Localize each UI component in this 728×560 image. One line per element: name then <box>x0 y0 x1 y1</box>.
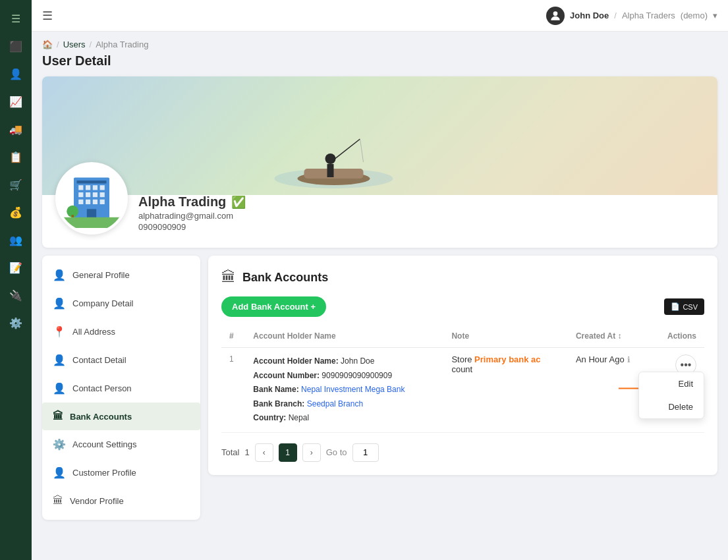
account-settings-icon: ⚙️ <box>53 438 66 451</box>
breadcrumb-users[interactable]: Users <box>63 40 86 49</box>
row-num: 1 <box>221 348 245 433</box>
sidebar-label-contact-detail: Contact Detail <box>72 355 126 365</box>
home-icon[interactable]: 🏠 <box>42 40 53 49</box>
company-profile-name: Alpha Trading ✅ <box>138 194 246 210</box>
bank-name-link[interactable]: Nepal Investment Mega Bank <box>301 385 405 394</box>
total-label: Total <box>221 447 239 457</box>
nav-reports-icon[interactable]: 📈 <box>4 90 28 113</box>
goto-input[interactable] <box>352 443 379 462</box>
svg-rect-9 <box>77 181 107 184</box>
svg-rect-13 <box>100 185 105 190</box>
company-detail-icon: 👤 <box>53 297 66 310</box>
sidebar-menu: 👤 General Profile 👤 Company Detail 📍 All… <box>42 256 200 520</box>
left-nav: ☰ ⬛ 👤 📈 🚚 📋 🛒 💰 👥 📝 🔌 ⚙️ <box>0 0 32 560</box>
col-actions: Actions <box>651 325 704 348</box>
sidebar-item-all-address[interactable]: 📍 All Address <box>42 318 200 346</box>
sidebar-item-bank-accounts[interactable]: 🏛 Bank Accounts <box>42 403 200 430</box>
bank-accounts-table: # Account Holder Name Note Created At ↕ … <box>221 325 704 433</box>
row-account-details: Account Holder Name: John Doe Account Nu… <box>245 348 443 433</box>
svg-rect-21 <box>100 200 105 204</box>
sidebar-item-customer-profile[interactable]: 👤 Customer Profile <box>42 459 200 487</box>
bank-accounts-section-icon: 🏛 <box>221 269 236 286</box>
delete-action[interactable]: Delete <box>639 395 704 418</box>
svg-rect-14 <box>78 192 83 197</box>
nav-plugins-icon[interactable]: 🔌 <box>4 283 28 307</box>
general-profile-icon: 👤 <box>53 269 66 281</box>
nav-settings-icon[interactable]: ⚙️ <box>4 311 28 335</box>
avatar <box>546 7 565 25</box>
sidebar-label-vendor-profile: Vendor Profile <box>70 496 124 506</box>
user-name-label: John Doe <box>570 11 609 20</box>
nav-finance-icon[interactable]: 💰 <box>4 200 28 224</box>
goto-label: Go to <box>326 447 347 457</box>
svg-rect-11 <box>86 185 90 190</box>
prev-page-button[interactable]: ‹ <box>255 443 273 462</box>
csv-export-button[interactable]: 📄 CSV <box>664 298 704 315</box>
bank-accounts-section: 🏛 Bank Accounts Add Bank Account + 📄 CSV <box>208 256 717 475</box>
svg-line-6 <box>333 139 360 161</box>
profile-email: alphatrading@gmail.com <box>138 211 246 221</box>
note-suffix: count <box>451 364 472 374</box>
sidebar-item-contact-detail[interactable]: 👤 Contact Detail <box>42 346 200 374</box>
breadcrumb: 🏠 / Users / Alpha Trading <box>42 40 717 49</box>
note-store-label: Store <box>451 354 472 364</box>
col-note: Note <box>443 325 568 348</box>
sidebar-item-general-profile[interactable]: 👤 General Profile <box>42 261 200 289</box>
nav-list-icon[interactable]: 📝 <box>4 256 28 279</box>
table-row: 1 Account Holder Name: John Doe Account … <box>221 348 704 433</box>
user-menu[interactable]: John Doe / Alpha Traders (demo) ▾ <box>546 7 717 25</box>
contact-person-icon: 👤 <box>53 382 66 395</box>
contact-detail-icon: 👤 <box>53 354 66 366</box>
breadcrumb-current: Alpha Trading <box>96 40 148 49</box>
sidebar-label-bank-accounts: Bank Accounts <box>70 412 132 422</box>
sidebar-item-account-settings[interactable]: ⚙️ Account Settings <box>42 430 200 459</box>
svg-rect-25 <box>62 217 121 228</box>
nav-users-icon[interactable]: 👤 <box>4 62 28 86</box>
svg-rect-16 <box>93 192 98 197</box>
row-note: Store Primary bank ac count <box>443 348 568 433</box>
demo-label: (demo) <box>681 11 708 20</box>
sidebar-label-contact-person: Contact Person <box>72 383 132 393</box>
col-num: # <box>221 325 245 348</box>
add-bank-account-button[interactable]: Add Bank Account + <box>221 296 326 317</box>
verified-icon: ✅ <box>231 195 246 210</box>
svg-rect-18 <box>78 200 83 204</box>
svg-rect-20 <box>93 200 98 204</box>
csv-icon: 📄 <box>671 302 680 311</box>
all-address-icon: 📍 <box>53 325 66 338</box>
sort-icon: ↕ <box>618 331 622 341</box>
nav-dashboard-icon[interactable]: ⬛ <box>4 34 28 58</box>
nav-delivery-icon[interactable]: 🚚 <box>4 117 28 141</box>
svg-line-7 <box>360 139 364 162</box>
sidebar-item-company-detail[interactable]: 👤 Company Detail <box>42 289 200 318</box>
sidebar-item-vendor-profile[interactable]: 🏛 Vendor Profile <box>42 487 200 515</box>
vendor-profile-icon: 🏛 <box>53 495 63 507</box>
profile-info: Alpha Trading ✅ alphatrading@gmail.com 0… <box>42 162 717 248</box>
nav-menu-icon[interactable]: ☰ <box>4 7 28 30</box>
col-holder-name: Account Holder Name <box>245 325 443 348</box>
company-name-label: Alpha Traders <box>622 11 675 20</box>
svg-rect-17 <box>100 192 105 197</box>
svg-rect-10 <box>78 185 83 190</box>
page-1-button[interactable]: 1 <box>279 443 297 462</box>
svg-rect-19 <box>86 200 90 204</box>
svg-rect-15 <box>86 192 90 197</box>
section-title: Bank Accounts <box>242 271 328 285</box>
actions-dropdown: Edit Delete <box>638 372 704 419</box>
note-primary-label: Primary bank ac <box>474 354 540 364</box>
nav-orders-icon[interactable]: 📋 <box>4 145 28 169</box>
customer-profile-icon: 👤 <box>53 466 66 479</box>
edit-action[interactable]: Edit <box>639 372 704 395</box>
bank-accounts-icon: 🏛 <box>53 410 63 422</box>
nav-cart-icon[interactable]: 🛒 <box>4 173 28 196</box>
info-icon[interactable]: ℹ <box>627 355 630 364</box>
hamburger-icon[interactable]: ☰ <box>42 9 53 23</box>
branch-link[interactable]: Seedpal Branch <box>307 399 363 408</box>
nav-groups-icon[interactable]: 👥 <box>4 228 28 252</box>
col-created-at[interactable]: Created At ↕ <box>568 325 651 348</box>
sidebar-item-contact-person[interactable]: 👤 Contact Person <box>42 374 200 403</box>
pagination: Total 1 ‹ 1 › Go to <box>221 443 704 462</box>
svg-rect-12 <box>93 185 98 190</box>
next-page-button[interactable]: › <box>302 443 321 462</box>
sidebar-label-company-detail: Company Detail <box>72 298 134 308</box>
